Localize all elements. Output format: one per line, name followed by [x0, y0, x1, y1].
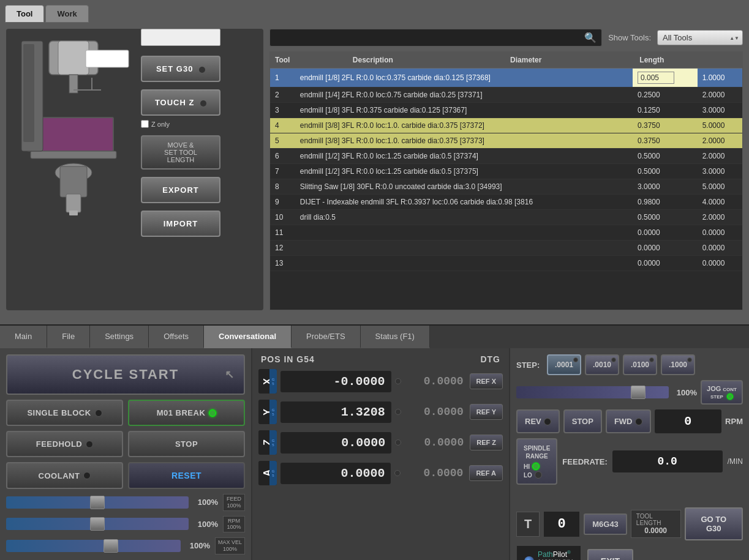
jog-slider[interactable]: [516, 386, 669, 398]
cell-diameter: 0.0000: [633, 256, 698, 271]
tool-table-wrapper: Tool Description Diameter Length 1endmil…: [269, 51, 743, 310]
table-row[interactable]: 5endmill [3/8] 3FL R:0.0 loc:1.0. carbid…: [270, 133, 742, 149]
step-0100-button[interactable]: .0100: [623, 354, 657, 375]
cell-description: [295, 225, 633, 241]
search-input[interactable]: [275, 33, 584, 42]
cell-diameter: 0.0000: [633, 241, 698, 256]
stop-button[interactable]: STOP: [128, 431, 245, 457]
single-block-indicator: [95, 409, 102, 417]
position-panel: POS IN G54 DTG X G5 -0.0000 0.0000 REF X…: [252, 348, 510, 560]
touch-z-dot: [200, 100, 206, 106]
z-only-checkbox[interactable]: [141, 120, 149, 128]
show-tools-label: Show Tools:: [608, 33, 651, 42]
nav-tab-conversational[interactable]: Conversational: [204, 326, 292, 348]
cell-tool-number: 2: [270, 88, 295, 103]
z-only-row: Z only: [141, 120, 220, 128]
cycle-start-button[interactable]: CYCLE START ↖: [6, 354, 245, 395]
table-row[interactable]: 120.00000.0000: [270, 241, 742, 256]
move-set-tool-button[interactable]: MOVE & SET TOOL LENGTH: [141, 135, 220, 170]
m01-break-button[interactable]: M01 BREAK: [128, 400, 245, 426]
jog-indicator: [727, 394, 733, 400]
tab-work[interactable]: Work: [45, 5, 88, 23]
tab-tool[interactable]: Tool: [5, 5, 44, 23]
table-row[interactable]: 9DIJET - Indexable endmill 3FL R:0.3937 …: [270, 195, 742, 210]
right-panel: STEP: .0001 .0010 .0100 .1000 1: [510, 348, 749, 560]
svg-rect-9: [23, 44, 34, 142]
table-header-row: Tool Description Diameter Length: [270, 52, 742, 69]
col-description: Description: [348, 52, 505, 69]
coolant-button[interactable]: COOLANT: [6, 462, 123, 489]
ref-y-button[interactable]: REF Y: [470, 404, 503, 420]
table-row[interactable]: 130.00000.0000: [270, 256, 742, 271]
touch-z-button[interactable]: TOUCH Z: [141, 89, 220, 116]
nav-tab-probe[interactable]: Probe/ETS: [292, 326, 361, 348]
spindle-range-button[interactable]: SPINDLE RANGE HI LO: [516, 438, 557, 485]
cell-length: 0.0000: [698, 241, 742, 256]
import-button[interactable]: IMPORT: [141, 211, 220, 237]
nav-tab-status[interactable]: Status (F1): [361, 326, 430, 348]
ref-a-button[interactable]: REF A: [469, 465, 503, 481]
pathpilot-circle: [524, 556, 534, 561]
ref-z-button[interactable]: REF Z: [470, 435, 503, 450]
tool-t-label: T: [516, 512, 540, 537]
table-row[interactable]: 4endmill [3/8] 3FL R:0.0 loc:1.0. carbid…: [270, 118, 742, 133]
table-top-bar: 🔍 Show Tools: All Tools: [269, 29, 743, 47]
machine-svg: [12, 38, 135, 215]
cell-diameter: 3.0000: [633, 179, 698, 195]
nav-tab-settings[interactable]: Settings: [90, 326, 149, 348]
maxvel-slider[interactable]: [6, 540, 181, 552]
m6g43-button[interactable]: M6G43: [584, 513, 627, 535]
step-1000-button[interactable]: .1000: [661, 354, 695, 375]
go-to-g30-button[interactable]: GO TO G30: [685, 507, 743, 540]
feedhold-button[interactable]: FEEDHOLD: [6, 431, 123, 457]
show-tools-select[interactable]: All Tools: [657, 30, 743, 45]
table-row[interactable]: 1endmill [1/8] 2FL R:0.0 loc:0.375 carbi…: [270, 69, 742, 88]
nav-tab-file[interactable]: File: [47, 326, 90, 348]
reset-button[interactable]: RESET: [128, 462, 245, 489]
set-g30-button[interactable]: SET G30: [141, 56, 220, 82]
show-tools-select-wrapper: All Tools: [657, 30, 743, 45]
exit-button[interactable]: EXIT: [587, 549, 633, 561]
cell-diameter: 0.9800: [633, 195, 698, 210]
col-diameter: Diameter: [505, 52, 634, 69]
tool-length-box: TOOL LENGTH 0.0000: [631, 510, 681, 538]
table-row[interactable]: 10drill dia:0.50.50002.0000: [270, 210, 742, 225]
table-row[interactable]: 6endmill [1/2] 3FL R:0.0 loc:1.25 carbid…: [270, 149, 742, 164]
cell-length: 4.0000: [698, 195, 742, 210]
pos-header-left: POS IN G54: [261, 354, 315, 364]
jog-button[interactable]: JOG CONTSTEP: [701, 380, 743, 405]
nav-tab-main[interactable]: Main: [0, 326, 47, 348]
jog-slider-thumb[interactable]: [631, 386, 645, 399]
nav-tab-offsets[interactable]: Offsets: [149, 326, 204, 348]
feed-slider[interactable]: [6, 496, 189, 509]
step-0010-button[interactable]: .0010: [585, 354, 619, 375]
z-axis-dot: [395, 439, 401, 446]
pathpilot-logo: PathPilot® 1100MX SIM V2.8.3: [516, 545, 581, 560]
table-row[interactable]: 3endmill [1/8] 3FL R:0.375 carbide dia:0…: [270, 103, 742, 118]
rev-button[interactable]: REV: [516, 409, 560, 433]
y-axis-side: G5: [269, 400, 277, 424]
feedhold-indicator: [86, 441, 93, 448]
feed-slider-thumb[interactable]: [90, 496, 105, 509]
fwd-button[interactable]: FWD: [606, 409, 651, 433]
rpm-slider[interactable]: [6, 518, 189, 530]
table-row[interactable]: 2endmill [1/4] 2FL R:0.0 loc:0.75 carbid…: [270, 88, 742, 103]
maxvel-slider-thumb[interactable]: [104, 539, 118, 553]
step-0001-button[interactable]: .0001: [547, 354, 581, 375]
coolant-indicator: [83, 472, 91, 479]
ref-x-button[interactable]: REF X: [470, 373, 503, 389]
cell-description: drill dia:0.5: [295, 210, 633, 225]
export-button[interactable]: EXPORT: [141, 177, 220, 203]
rpm-slider-thumb[interactable]: [90, 517, 105, 531]
single-block-button[interactable]: SINGLE BLOCK: [6, 400, 123, 426]
table-row[interactable]: 7endmill [1/2] 3FL R:0.0 loc:1.25 carbid…: [270, 164, 742, 179]
spindle-stop-button[interactable]: STOP: [563, 409, 602, 433]
table-row[interactable]: 110.00000.0000: [270, 225, 742, 241]
diameter-input[interactable]: [638, 72, 674, 84]
step-0001-dot: [573, 357, 578, 362]
cell-tool-number: 12: [270, 241, 295, 256]
table-row[interactable]: 8Slitting Saw [1/8] 30FL R:0.0 uncoated …: [270, 179, 742, 195]
spindle-hi-indicator: [532, 463, 540, 470]
z-axis-label-box: Z G5: [258, 430, 277, 455]
table-scroll-body[interactable]: 1endmill [1/8] 2FL R:0.0 loc:0.375 carbi…: [270, 69, 742, 289]
